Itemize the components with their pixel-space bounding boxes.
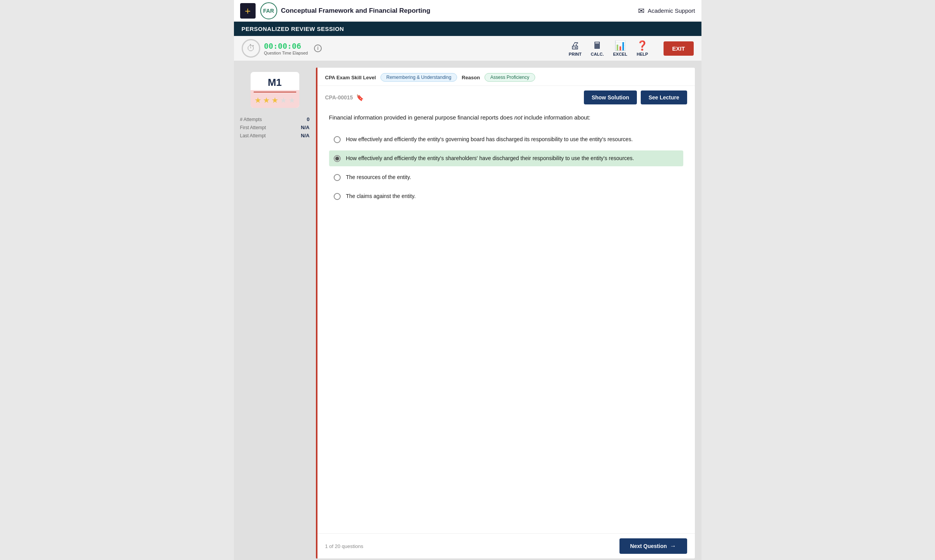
excel-button[interactable]: 📊 EXCEL (613, 40, 627, 56)
star-4: ★ (280, 96, 287, 105)
excel-label: EXCEL (613, 52, 627, 56)
skill-level-badge: Remembering & Understanding (380, 73, 457, 82)
skill-row: CPA Exam Skill Level Remembering & Under… (317, 68, 695, 86)
next-button-label: Next Question (630, 543, 667, 549)
next-question-button[interactable]: Next Question → (619, 538, 687, 554)
option-d-text: The claims against the entity. (346, 192, 416, 200)
session-title: PERSONALIZED REVIEW SESSION (242, 26, 694, 32)
progress-text: 1 of 20 questions (325, 543, 363, 549)
print-label: PRINT (569, 52, 582, 56)
option-d[interactable]: The claims against the entity. (329, 188, 683, 204)
badge-id: M1 (268, 77, 282, 89)
badge-card: M1 ★ ★ ★ ★ ★ (250, 71, 300, 109)
radio-c[interactable] (334, 174, 341, 181)
academic-support-label: Academic Support (648, 7, 695, 14)
timer-text: 00:00:06 Question Time Elapsed (264, 41, 308, 55)
mail-icon: ✉ (638, 6, 645, 15)
plus-button[interactable]: + (240, 3, 256, 19)
clock-icon: ⏱ (242, 39, 260, 58)
calc-icon: 🖩 (593, 40, 602, 51)
star-5: ★ (288, 96, 295, 105)
far-badge: FAR (260, 2, 277, 19)
reason-badge: Assess Proficiency (485, 73, 535, 82)
question-footer: 1 of 20 questions Next Question → (317, 533, 695, 558)
attempts-value: 0 (307, 116, 309, 122)
stars-row: ★ ★ ★ ★ ★ (254, 96, 295, 105)
show-solution-button[interactable]: Show Solution (584, 90, 637, 104)
badge-divider (254, 92, 296, 92)
star-1: ★ (254, 96, 261, 105)
first-attempt-value: N/A (301, 125, 309, 130)
question-text: Financial information provided in genera… (329, 113, 683, 122)
attempts-row: # Attempts 0 (240, 116, 310, 122)
radio-b-fill (335, 157, 339, 160)
toolbar-tools: 🖨 PRINT 🖩 CALC. 📊 EXCEL ❓ HELP (569, 40, 648, 56)
info-icon[interactable]: i (314, 44, 322, 52)
first-attempt-row: First Attempt N/A (240, 125, 310, 130)
next-arrow: → (670, 543, 676, 550)
last-attempt-label: Last Attempt (240, 133, 266, 138)
bookmark-icon[interactable]: 🔖 (356, 94, 364, 101)
option-a-text: How effectively and efficiently the enti… (346, 135, 633, 143)
skill-level-label: CPA Exam Skill Level (325, 75, 376, 80)
help-icon: ❓ (636, 40, 648, 51)
toolbar: ⏱ 00:00:06 Question Time Elapsed i 🖨 PRI… (234, 36, 701, 61)
session-header: PERSONALIZED REVIEW SESSION (234, 22, 701, 36)
timer-digits: 00:00:06 (264, 41, 308, 51)
first-attempt-label: First Attempt (240, 125, 266, 130)
last-attempt-value: N/A (301, 133, 309, 138)
print-icon: 🖨 (570, 40, 580, 51)
star-2: ★ (263, 96, 270, 105)
option-b[interactable]: How effectively and efficiently the enti… (329, 150, 683, 166)
calc-button[interactable]: 🖩 CALC. (591, 40, 604, 56)
reason-label: Reason (462, 75, 480, 80)
option-a[interactable]: How effectively and efficiently the enti… (329, 131, 683, 147)
left-panel: M1 ★ ★ ★ ★ ★ # Attempts 0 First Attempt … (240, 67, 310, 559)
radio-b[interactable] (334, 155, 341, 162)
top-navigation: + FAR Conceptual Framework and Financial… (234, 0, 701, 22)
main-content: M1 ★ ★ ★ ★ ★ # Attempts 0 First Attempt … (234, 61, 701, 560)
calc-label: CALC. (591, 52, 604, 56)
question-id-text: CPA-00015 (325, 94, 353, 101)
help-label: HELP (636, 52, 648, 56)
radio-d[interactable] (334, 193, 341, 200)
option-c[interactable]: The resources of the entity. (329, 169, 683, 185)
timer-label: Question Time Elapsed (264, 51, 308, 55)
attempts-label: # Attempts (240, 117, 262, 122)
see-lecture-button[interactable]: See Lecture (641, 90, 687, 104)
page-title: Conceptual Framework and Financial Repor… (281, 7, 638, 15)
star-3: ★ (271, 96, 278, 105)
option-c-text: The resources of the entity. (346, 173, 411, 181)
stats-section: # Attempts 0 First Attempt N/A Last Atte… (240, 116, 310, 141)
academic-support-link[interactable]: ✉ Academic Support (638, 6, 695, 15)
question-panel: CPA Exam Skill Level Remembering & Under… (316, 67, 695, 559)
last-attempt-row: Last Attempt N/A (240, 133, 310, 138)
timer-area: ⏱ 00:00:06 Question Time Elapsed i (242, 39, 569, 58)
question-actions: Show Solution See Lecture (584, 90, 687, 104)
excel-icon: 📊 (614, 40, 626, 51)
option-b-text: How effectively and efficiently the enti… (346, 154, 634, 162)
question-body: Financial information provided in genera… (317, 109, 695, 533)
help-button[interactable]: ❓ HELP (636, 40, 648, 56)
exit-button[interactable]: EXIT (664, 41, 693, 56)
radio-a[interactable] (334, 136, 341, 143)
question-id: CPA-00015 🔖 (325, 94, 364, 101)
question-header: CPA-00015 🔖 Show Solution See Lecture (317, 86, 695, 109)
print-button[interactable]: 🖨 PRINT (569, 40, 582, 56)
plus-icon: + (245, 6, 251, 16)
